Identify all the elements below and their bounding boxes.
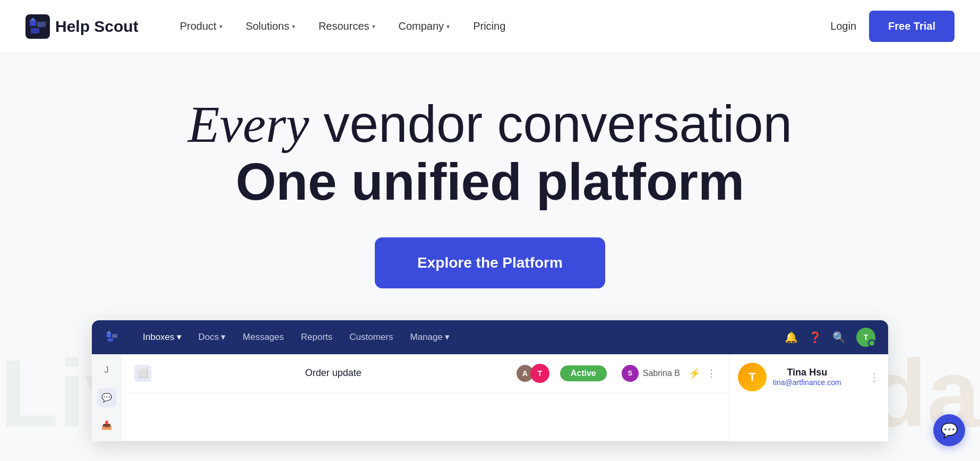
help-icon[interactable]: ❓ [809, 331, 822, 344]
app-preview: Inboxes ▾ Docs ▾ Messages Reports Custom… [92, 320, 888, 441]
sidebar-letter-j[interactable]: J [97, 361, 116, 380]
user-avatar[interactable]: T [856, 328, 875, 347]
app-nav-customers[interactable]: Customers [343, 329, 399, 346]
app-nav-inboxes[interactable]: Inboxes ▾ [136, 328, 188, 346]
nav-right: Login Free Trial [830, 11, 955, 42]
more-options-icon[interactable]: ⋮ [707, 368, 716, 379]
chat-support-button[interactable]: 💬 [933, 414, 965, 446]
contact-info: T Tina Hsu tina@artfinance.com [738, 363, 841, 391]
contact-photo: T [738, 363, 767, 391]
contact-panel: T Tina Hsu tina@artfinance.com ⋮ [729, 354, 888, 441]
conversation-item[interactable]: ⬜ Order update A T Active S Sabrina B ⚡ … [122, 354, 729, 393]
app-nav-messages[interactable]: Messages [236, 329, 290, 346]
status-badge: Active [560, 365, 607, 381]
app-logo-icon [105, 330, 119, 345]
contact-details: Tina Hsu tina@artfinance.com [773, 367, 841, 387]
nav-item-company[interactable]: Company ▾ [389, 16, 460, 37]
chevron-down-icon: ▾ [445, 331, 450, 343]
hero-section: Every vendor conversation One unified pl… [0, 53, 980, 441]
chevron-down-icon: ▾ [372, 23, 375, 30]
sidebar-inbox-icon[interactable]: 📥 [97, 416, 116, 435]
assignee-avatar: S [622, 365, 639, 382]
contact-name: Tina Hsu [773, 367, 841, 378]
hero-line1: Every vendor conversation [171, 96, 809, 153]
conversation-list: ⬜ Order update A T Active S Sabrina B ⚡ … [122, 354, 729, 441]
app-navbar: Inboxes ▾ Docs ▾ Messages Reports Custom… [92, 320, 888, 354]
chat-icon: 💬 [941, 422, 958, 439]
hero-italic: Every [188, 96, 310, 153]
app-nav-manage[interactable]: Manage ▾ [403, 328, 455, 346]
nav-item-resources[interactable]: Resources ▾ [309, 16, 385, 37]
inbox-icon: 📥 [101, 420, 112, 430]
app-nav-links: Inboxes ▾ Docs ▾ Messages Reports Custom… [136, 328, 768, 346]
conversation-actions: ⚡ ⋮ [689, 368, 716, 379]
hero-line1-rest: vendor conversation [309, 95, 792, 153]
contact-card: T Tina Hsu tina@artfinance.com ⋮ [738, 363, 880, 391]
bell-icon[interactable]: 🔔 [785, 331, 798, 344]
navbar: Help Scout Product ▾ Solutions ▾ Resourc… [0, 0, 980, 53]
chevron-down-icon: ▾ [221, 331, 226, 343]
chevron-down-icon: ▾ [446, 23, 450, 30]
chevron-down-icon: ▾ [177, 331, 182, 343]
logo-link[interactable]: Help Scout [25, 14, 139, 39]
app-nav-right: 🔔 ❓ 🔍 T [785, 328, 875, 347]
sidebar-chat-icon[interactable]: 💬 [97, 388, 116, 407]
hero-line2: One unified platform [171, 153, 809, 211]
chevron-down-icon: ▾ [219, 23, 222, 30]
conversation-subject: Order update [160, 368, 507, 379]
chat-bubble-icon: 💬 [101, 392, 112, 403]
conversation-type-icon: ⬜ [134, 365, 151, 382]
chevron-down-icon: ▾ [292, 23, 295, 30]
explore-platform-button[interactable]: Explore the Platform [375, 237, 605, 288]
nav-links: Product ▾ Solutions ▾ Resources ▾ Compan… [170, 16, 830, 37]
nav-item-pricing[interactable]: Pricing [463, 16, 515, 37]
contact-email: tina@artfinance.com [773, 378, 841, 387]
search-icon[interactable]: 🔍 [832, 331, 846, 344]
conversation-avatars: A T [515, 364, 545, 383]
more-options-icon[interactable]: ⋮ [869, 371, 880, 383]
login-link[interactable]: Login [830, 20, 856, 32]
lightning-icon[interactable]: ⚡ [689, 368, 700, 379]
contact-header: T Tina Hsu tina@artfinance.com ⋮ [738, 363, 880, 391]
conversation-assignee: S Sabrina B [622, 365, 680, 382]
app-content-row: J 💬 📥 ⬜ Order update A T A [92, 354, 888, 441]
app-sidebar: J 💬 📥 [92, 354, 122, 441]
nav-item-product[interactable]: Product ▾ [170, 16, 232, 37]
nav-item-solutions[interactable]: Solutions ▾ [236, 16, 305, 37]
app-nav-reports[interactable]: Reports [295, 329, 339, 346]
logo-text: Help Scout [55, 18, 139, 36]
app-nav-docs[interactable]: Docs ▾ [192, 328, 233, 346]
free-trial-button[interactable]: Free Trial [869, 11, 955, 42]
helpscout-logo-icon [25, 14, 50, 39]
hero-title: Every vendor conversation One unified pl… [171, 96, 809, 211]
participant-avatar-2: T [530, 364, 549, 383]
